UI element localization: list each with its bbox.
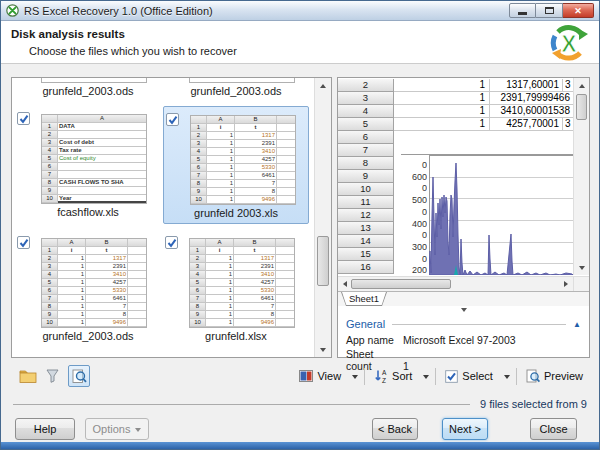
preview-h-scrollbar [338, 276, 573, 291]
back-button[interactable]: < Back [372, 418, 418, 440]
status-divider [13, 404, 470, 405]
sort-button[interactable]: A Z Sort [369, 367, 417, 385]
scroll-left-button[interactable] [338, 277, 352, 291]
file-card-partial[interactable]: grunfeld_2003.ods [15, 78, 161, 104]
file-thumbnail: AB1it21131731239141341051425761533071646… [189, 238, 295, 328]
scrollbar-thumb[interactable] [351, 279, 451, 289]
sheet-tab-label: Sheet1 [342, 292, 386, 305]
field-value: Microsoft Excel 97-2003 [403, 334, 516, 346]
options-dropdown-arrow [135, 428, 141, 435]
row-header: 15 [338, 248, 394, 261]
file-checkbox[interactable] [166, 113, 179, 126]
file-thumbnail-clipped [189, 78, 295, 83]
file-checkbox[interactable] [17, 112, 30, 125]
sheet-preview: 211317,600013312391,79999466413410,60001… [338, 78, 573, 275]
svg-text:X: X [561, 31, 577, 57]
window-bottom-border [1, 442, 599, 449]
view-button[interactable]: View [294, 368, 346, 384]
file-card[interactable]: AB1it21131731239141341051425761533071646… [163, 106, 309, 224]
chart-y-tick-label: 200 [401, 265, 427, 275]
field-label: App name [346, 334, 400, 346]
chart-y-tick-label: 500 [401, 195, 427, 207]
row-header: 8 [338, 157, 394, 170]
sheet-row: 413410,60001538 [338, 105, 573, 118]
file-name: grunfeld_2003.ods [163, 85, 309, 97]
next-button-label: Next > [449, 423, 481, 435]
open-folder-button[interactable] [19, 369, 37, 384]
app-window: RS Excel Recovery 1.0 (Office Edition) ✕… [0, 0, 600, 450]
title-bar[interactable]: RS Excel Recovery 1.0 (Office Edition) ✕ [1, 1, 599, 21]
file-name: grunfeld 2003.xls [164, 207, 308, 219]
file-thumbnail: AB1it21131731239141341051425761533071646… [41, 238, 147, 328]
preview-v-scrollbar [573, 78, 589, 275]
preview-button[interactable]: Preview [521, 367, 588, 385]
file-card[interactable]: AB1it21131731239141341051425761533071646… [163, 230, 309, 348]
chart-y-tick-label: 300 [401, 242, 427, 254]
window-title: RS Excel Recovery 1.0 (Office Edition) [24, 5, 213, 17]
toolbar-separator [435, 368, 436, 385]
preview-mode-button[interactable] [68, 365, 90, 387]
file-thumbnail: A1DATA23Cost of debt4Tax rate5Cost of eq… [41, 114, 147, 204]
sheet-row: 211317,600013 [338, 79, 573, 92]
row-header: 6 [338, 131, 394, 144]
close-icon: ✕ [574, 6, 582, 16]
file-card-partial[interactable]: grunfeld_2003.ods [163, 78, 309, 104]
file-card[interactable]: AB1it21131731239141341051425761533071646… [15, 230, 161, 348]
scrollbar-thumb[interactable] [317, 236, 329, 286]
row-header: 16 [338, 261, 394, 274]
toolbar-separator [364, 368, 365, 385]
file-name: grunfeld_2003.ods [15, 85, 161, 97]
file-name: grunfeld_2003.ods [15, 330, 161, 342]
scroll-right-button[interactable] [559, 277, 573, 291]
close-wizard-button[interactable]: Close [530, 418, 577, 440]
sort-dropdown-arrow[interactable] [423, 375, 429, 382]
tab-sheet1[interactable]: Sheet1 [341, 292, 387, 306]
info-splitter-handle[interactable] [338, 307, 589, 315]
scrollbar-thumb[interactable] [576, 94, 587, 120]
file-grid: grunfeld_2003.odsgrunfeld_2003.odsA1DATA… [12, 78, 314, 357]
wizard-header: Disk analysis results Choose the files w… [1, 21, 599, 64]
chart-y-tick-label: 400 [401, 219, 427, 231]
row-header: 13 [338, 222, 394, 235]
preview-icon [526, 369, 540, 383]
row-header: 5 [338, 118, 394, 131]
file-checkbox[interactable] [17, 236, 30, 249]
selection-summary: 9 files selected from 9 [480, 398, 587, 410]
preview-panel: 211317,600013312391,79999466413410,60001… [337, 77, 590, 358]
scroll-down-button[interactable] [574, 260, 589, 275]
chart-y-tick-label: 0 [401, 254, 427, 266]
help-button[interactable]: Help [15, 418, 75, 440]
svg-text:A: A [382, 369, 387, 376]
file-info-panel: General ▲ App name Microsoft Excel 97-20… [338, 315, 589, 357]
scroll-up-button[interactable] [315, 78, 331, 93]
minimize-button[interactable] [509, 3, 536, 18]
sheet-cell: 3 [563, 118, 573, 131]
select-button[interactable]: Select [440, 368, 498, 385]
toolbar-left [19, 365, 90, 387]
chart-plot-svg [429, 155, 573, 275]
collapse-section-button[interactable]: ▲ [573, 320, 581, 329]
maximize-button[interactable] [536, 3, 563, 18]
checkbox-icon [445, 370, 458, 383]
toolbar-right: View A Z Sort Select [294, 365, 588, 387]
sheet-cell: 4257,70001 [490, 118, 563, 131]
scroll-down-button[interactable] [315, 342, 331, 357]
sheet-row: 514257,700013 [338, 118, 573, 131]
sheet-cell: 1 [394, 79, 490, 92]
file-card[interactable]: A1DATA23Cost of debt4Tax rate5Cost of eq… [15, 106, 161, 224]
chart-y-tick-label: 0 [401, 160, 427, 172]
select-dropdown-arrow[interactable] [504, 375, 510, 382]
scroll-up-button[interactable] [574, 78, 589, 93]
file-checkbox[interactable] [165, 236, 178, 249]
file-list-scrollbar [314, 78, 331, 357]
sort-icon: A Z [374, 369, 388, 383]
options-button[interactable]: Options [85, 418, 149, 440]
close-button[interactable]: ✕ [563, 3, 594, 18]
row-header: 7 [338, 144, 394, 157]
filter-button[interactable] [46, 369, 59, 383]
next-button[interactable]: Next > [442, 418, 488, 440]
page-title: Disk analysis results [11, 28, 125, 40]
chart-y-tick-label: 0 [401, 230, 427, 242]
view-dropdown-arrow[interactable] [352, 375, 358, 382]
sheet-cell: 2391,79999466 [490, 92, 573, 105]
